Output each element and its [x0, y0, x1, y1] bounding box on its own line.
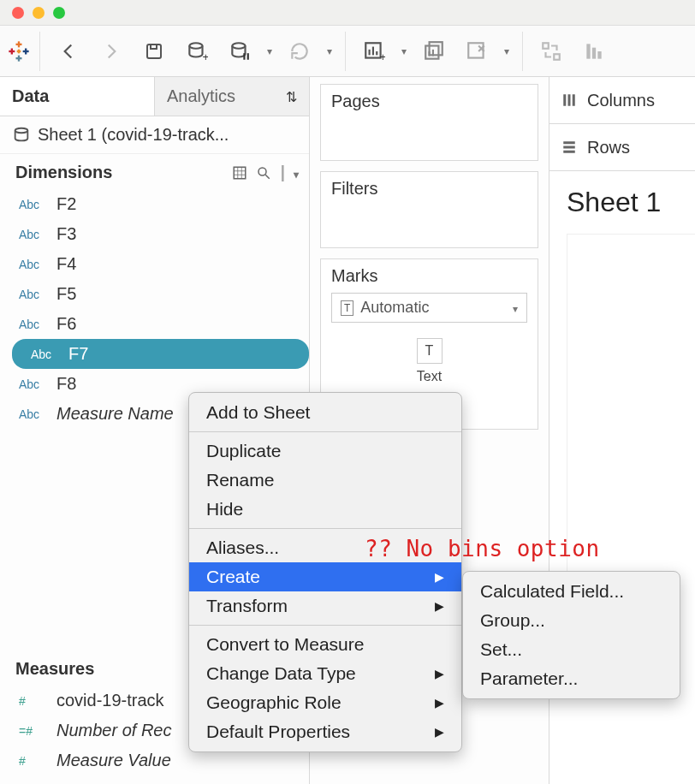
field-f7[interactable]: AbcF7 — [12, 339, 309, 369]
menu-create[interactable]: Create▶ — [189, 562, 461, 591]
updown-icon — [286, 86, 297, 106]
svg-line-39 — [266, 175, 270, 179]
field-context-menu: Add to Sheet Duplicate Rename Hide Alias… — [188, 392, 462, 752]
svg-rect-25 — [432, 49, 434, 56]
submenu-parameter[interactable]: Parameter... — [463, 664, 680, 693]
svg-text:+: + — [203, 50, 209, 62]
back-button[interactable] — [49, 32, 88, 71]
filters-shelf[interactable]: Filters — [320, 171, 538, 248]
refresh-dropdown-icon[interactable] — [323, 32, 336, 71]
columns-icon — [561, 92, 577, 108]
swap-button[interactable] — [532, 32, 571, 71]
field-f5[interactable]: AbcF5 — [0, 279, 309, 309]
svg-rect-26 — [468, 43, 483, 57]
svg-rect-11 — [151, 45, 157, 49]
svg-rect-29 — [586, 44, 590, 58]
submenu-calculated-field[interactable]: Calculated Field... — [463, 577, 680, 606]
field-f6[interactable]: AbcF6 — [0, 309, 309, 339]
submenu-arrow-icon: ▶ — [435, 696, 444, 710]
submenu-arrow-icon: ▶ — [435, 599, 444, 613]
sheet-title[interactable]: Sheet 1 — [549, 171, 695, 234]
new-data-source-button[interactable]: + — [177, 32, 217, 71]
field-f3[interactable]: AbcF3 — [0, 219, 309, 249]
marks-type-dropdown[interactable]: T Automatic — [331, 293, 527, 323]
search-icon[interactable] — [256, 165, 271, 181]
svg-rect-24 — [429, 51, 431, 56]
tableau-logo-icon[interactable] — [7, 39, 31, 63]
submenu-arrow-icon: ▶ — [435, 570, 444, 584]
rows-icon — [561, 140, 577, 155]
svg-rect-45 — [563, 151, 575, 153]
duplicate-sheet-button[interactable] — [414, 32, 454, 71]
svg-rect-33 — [235, 167, 247, 179]
refresh-button[interactable] — [280, 32, 319, 71]
clear-sheet-dropdown-icon[interactable] — [500, 32, 514, 71]
menu-duplicate[interactable]: Duplicate — [189, 437, 461, 466]
rows-shelf[interactable]: Rows — [549, 124, 695, 171]
measures-title: Measures — [15, 659, 94, 679]
clear-sheet-button[interactable] — [457, 32, 496, 71]
svg-rect-18 — [369, 49, 371, 55]
marks-text-button[interactable]: T Text — [417, 338, 443, 384]
svg-point-14 — [232, 43, 245, 49]
menu-change-data-type[interactable]: Change Data Type▶ — [189, 659, 461, 688]
tab-data[interactable]: Data — [0, 77, 154, 116]
new-worksheet-dropdown-icon[interactable] — [397, 32, 411, 71]
minimize-window-button[interactable] — [33, 7, 45, 19]
pages-shelf[interactable]: Pages — [320, 84, 538, 161]
pause-dropdown-icon[interactable] — [263, 32, 276, 71]
forward-button[interactable] — [92, 32, 131, 71]
svg-point-38 — [258, 168, 266, 175]
field-f4[interactable]: AbcF4 — [0, 249, 309, 279]
submenu-group[interactable]: Group... — [463, 606, 680, 635]
datasource-row[interactable]: Sheet 1 (covid-19-track... — [0, 116, 309, 154]
submenu-arrow-icon: ▶ — [435, 725, 444, 739]
svg-rect-23 — [430, 42, 443, 55]
dimensions-title: Dimensions — [15, 163, 112, 182]
tab-analytics[interactable]: Analytics — [154, 77, 309, 116]
menu-hide[interactable]: Hide — [189, 495, 461, 524]
datasource-icon — [12, 126, 31, 145]
svg-rect-43 — [563, 141, 575, 144]
menu-geographic-role[interactable]: Geographic Role▶ — [189, 688, 461, 717]
svg-rect-16 — [247, 53, 249, 60]
submenu-set[interactable]: Set... — [463, 635, 680, 664]
svg-text:+: + — [380, 50, 386, 62]
menu-convert-to-measure[interactable]: Convert to Measure — [189, 630, 461, 659]
svg-rect-41 — [568, 94, 571, 106]
submenu-arrow-icon: ▶ — [435, 667, 444, 680]
sort-button[interactable] — [574, 32, 614, 71]
pause-updates-button[interactable] — [220, 32, 259, 71]
menu-rename[interactable]: Rename — [189, 466, 461, 495]
svg-rect-31 — [597, 51, 601, 59]
zoom-window-button[interactable] — [53, 7, 65, 19]
svg-point-12 — [189, 43, 202, 49]
svg-rect-44 — [563, 146, 575, 149]
toolbar: + + — [0, 26, 695, 77]
svg-rect-10 — [147, 45, 161, 58]
chevron-down-icon — [513, 299, 518, 317]
dimensions-header: Dimensions | — [0, 154, 309, 189]
view-as-table-icon[interactable] — [232, 165, 247, 181]
close-window-button[interactable] — [12, 7, 24, 19]
save-button[interactable] — [134, 32, 174, 71]
annotation-text: ?? No bins option — [365, 536, 600, 561]
svg-rect-20 — [376, 51, 377, 55]
dimensions-menu-icon[interactable] — [294, 163, 299, 182]
field-f2[interactable]: AbcF2 — [0, 189, 309, 219]
text-icon: T — [417, 338, 443, 364]
tab-analytics-label: Analytics — [167, 86, 235, 106]
marks-title: Marks — [331, 266, 377, 285]
menu-default-properties[interactable]: Default Properties▶ — [189, 717, 461, 746]
text-mark-icon: T — [341, 300, 353, 316]
menu-transform[interactable]: Transform▶ — [189, 591, 461, 621]
svg-rect-42 — [573, 94, 575, 106]
menu-add-to-sheet[interactable]: Add to Sheet — [189, 398, 461, 427]
datasource-label: Sheet 1 (covid-19-track... — [38, 125, 229, 145]
new-worksheet-button[interactable]: + — [354, 32, 394, 71]
svg-rect-19 — [372, 46, 374, 55]
columns-shelf[interactable]: Columns — [549, 77, 695, 124]
svg-rect-40 — [563, 94, 566, 106]
svg-rect-28 — [554, 54, 560, 60]
view-canvas[interactable] — [567, 234, 695, 576]
